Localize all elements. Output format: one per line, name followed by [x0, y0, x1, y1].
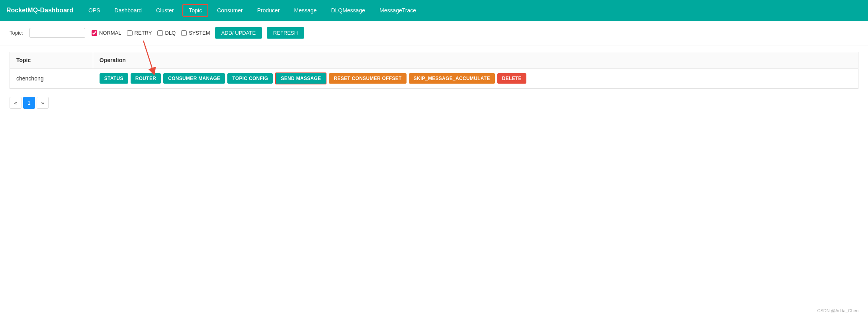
topic-filter-label: Topic: [10, 30, 23, 36]
nav-topic[interactable]: Topic [182, 4, 208, 17]
checkbox-normal-input[interactable] [92, 30, 97, 36]
checkbox-group: NORMAL RETRY DLQ SYSTEM [92, 30, 210, 36]
checkbox-retry[interactable]: RETRY [127, 30, 152, 36]
navbar: RocketMQ-Dashboard OPS Dashboard Cluster… [0, 0, 868, 21]
consumer-manage-button[interactable]: CONSUMER MANAGE [163, 73, 225, 84]
table-header-row: Topic Operation [10, 52, 858, 68]
footer-watermark: CSDN @Adda_Chen [817, 308, 859, 313]
refresh-button[interactable]: REFRESH [267, 27, 304, 39]
page-1-button[interactable]: 1 [23, 97, 35, 109]
table-container: Topic Operation chenchong [0, 52, 868, 89]
operations-cell: STATUS ROUTER CONSUMER MANAGE TOPIC CONF… [93, 68, 858, 89]
checkbox-system-label: SYSTEM [189, 30, 210, 36]
add-update-button[interactable]: ADD/ UPDATE [215, 27, 262, 39]
filter-bar: Topic: NORMAL RETRY DLQ SYSTEM ADD/ UPDA… [0, 21, 868, 45]
checkbox-system-input[interactable] [181, 30, 187, 36]
nav-dlqmessage[interactable]: DLQMessage [325, 5, 371, 16]
col-header-topic: Topic [10, 52, 93, 68]
checkbox-dlq[interactable]: DLQ [157, 30, 176, 36]
topics-table: Topic Operation chenchong [10, 52, 858, 89]
checkbox-normal-label: NORMAL [99, 30, 121, 36]
next-page-button[interactable]: » [37, 97, 49, 109]
pagination: « 1 » [0, 89, 868, 117]
topic-search-input[interactable] [29, 28, 85, 38]
prev-page-button[interactable]: « [10, 97, 22, 109]
status-button[interactable]: STATUS [100, 73, 128, 84]
nav-ops[interactable]: OPS [83, 5, 106, 16]
send-massage-button[interactable]: SEND MASSAGE [275, 72, 326, 84]
skip-message-accumulate-button[interactable]: SKIP_MESSAGE_ACCUMULATE [409, 73, 495, 84]
router-button[interactable]: ROUTER [131, 73, 161, 84]
brand: RocketMQ-Dashboard [6, 7, 73, 14]
nav-message[interactable]: Message [289, 5, 323, 16]
table-row: chenchong STATU [10, 68, 858, 89]
checkbox-retry-input[interactable] [127, 30, 133, 36]
reset-consumer-offset-button[interactable]: RESET CONSUMER OFFSET [329, 73, 406, 84]
operations-container: STATUS ROUTER CONSUMER MANAGE TOPIC CONF… [100, 72, 852, 84]
nav-consumer[interactable]: Consumer [211, 5, 248, 16]
topic-config-button[interactable]: TOPIC CONFIG [227, 73, 273, 84]
checkbox-dlq-label: DLQ [165, 30, 176, 36]
delete-button[interactable]: DELETE [497, 73, 526, 84]
nav-messagetrace[interactable]: MessageTrace [374, 5, 422, 16]
nav-dashboard[interactable]: Dashboard [109, 5, 148, 16]
col-header-operation: Operation [93, 52, 858, 68]
checkbox-normal[interactable]: NORMAL [92, 30, 121, 36]
checkbox-dlq-input[interactable] [157, 30, 163, 36]
nav-producer[interactable]: Producer [252, 5, 285, 16]
checkbox-retry-label: RETRY [135, 30, 152, 36]
topic-cell: chenchong [10, 68, 93, 89]
nav-cluster[interactable]: Cluster [151, 5, 179, 16]
checkbox-system[interactable]: SYSTEM [181, 30, 210, 36]
